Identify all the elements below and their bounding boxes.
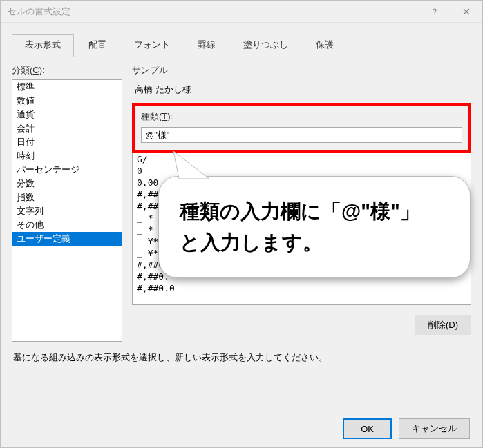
tab-strip: 表示形式 配置 フォント 罫線 塗りつぶし 保護	[1, 23, 482, 57]
callout-line2: と入力します。	[180, 231, 323, 253]
format-item[interactable]: #,##0.0	[133, 282, 471, 294]
annotation-callout: 種類の入力欄に「@"様"」 と入力します。	[158, 176, 471, 278]
tab-border[interactable]: 罫線	[184, 34, 229, 57]
callout-line1: 種類の入力欄に「@"様"」	[180, 200, 420, 222]
window-title: セルの書式設定	[8, 6, 70, 18]
category-item[interactable]: ユーザー定義	[12, 232, 122, 246]
format-cells-dialog: セルの書式設定 表示形式 配置 フォント 罫線 塗りつぶし 保護 分類(C): …	[0, 0, 483, 448]
type-label: 種類(T):	[141, 110, 462, 123]
tab-protection[interactable]: 保護	[303, 34, 347, 57]
type-input[interactable]	[141, 127, 462, 143]
tab-alignment[interactable]: 配置	[75, 34, 120, 57]
category-listbox[interactable]: 標準数値通貨会計日付時刻パーセンテージ分数指数文字列その他ユーザー定義	[12, 79, 122, 342]
sample-label: サンプル	[132, 64, 471, 77]
dialog-footer: OK キャンセル	[343, 418, 470, 439]
help-button[interactable]	[419, 1, 451, 23]
category-item[interactable]: その他	[12, 218, 122, 232]
tab-number-format[interactable]: 表示形式	[12, 34, 74, 57]
category-item[interactable]: 分数	[12, 177, 122, 191]
help-text: 基になる組み込みの表示形式を選択し、新しい表示形式を入力してください。	[1, 342, 482, 373]
category-label: 分類(C):	[12, 64, 122, 77]
category-item[interactable]: 通貨	[12, 108, 122, 121]
tab-fill[interactable]: 塗りつぶし	[230, 34, 301, 57]
delete-button[interactable]: 削除(D)	[415, 315, 471, 335]
callout-box: 種類の入力欄に「@"様"」 と入力します。	[158, 176, 471, 278]
ok-button[interactable]: OK	[343, 418, 392, 439]
sample-value: 高橋 たかし様	[132, 81, 471, 103]
tab-font[interactable]: フォント	[121, 34, 183, 57]
category-item[interactable]: 指数	[12, 191, 122, 204]
type-highlight-box: 種類(T):	[132, 103, 471, 153]
category-item[interactable]: 会計	[12, 121, 122, 135]
category-item[interactable]: パーセンテージ	[12, 163, 122, 177]
svg-marker-0	[173, 151, 209, 179]
category-item[interactable]: 標準	[12, 80, 122, 94]
category-item[interactable]: 時刻	[12, 149, 122, 163]
close-button[interactable]	[451, 1, 482, 23]
cancel-button[interactable]: キャンセル	[399, 418, 470, 439]
titlebar: セルの書式設定	[1, 1, 482, 23]
callout-tail	[168, 151, 223, 180]
category-item[interactable]: 日付	[12, 135, 122, 149]
category-item[interactable]: 文字列	[12, 204, 122, 218]
category-item[interactable]: 数値	[12, 94, 122, 108]
